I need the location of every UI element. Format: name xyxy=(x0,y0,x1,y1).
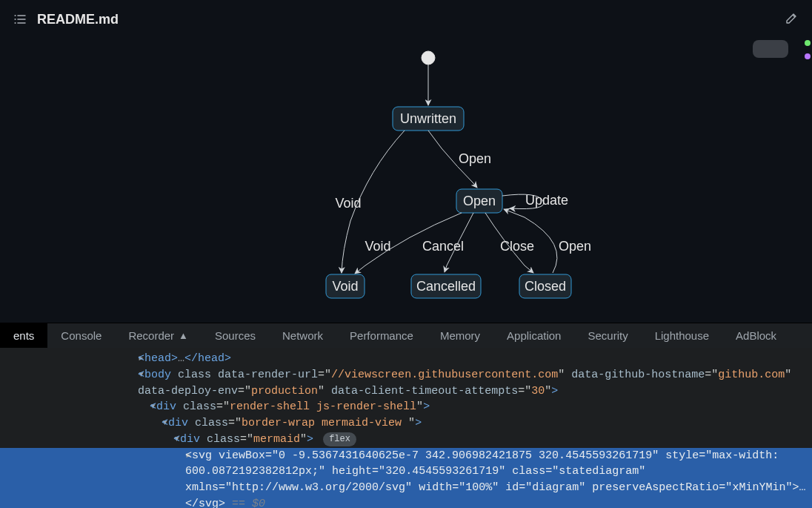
state-void-label: Void xyxy=(332,279,358,294)
state-unwritten-label: Unwritten xyxy=(400,111,456,126)
toc-icon[interactable] xyxy=(13,13,27,26)
tab-performance[interactable]: Performance xyxy=(336,323,427,348)
tab-application-label: Application xyxy=(507,329,561,342)
green-dot-icon xyxy=(805,40,811,46)
start-node-icon xyxy=(422,51,435,65)
tab-console[interactable]: Console xyxy=(47,323,115,348)
tab-network-label: Network xyxy=(282,329,323,342)
elements-dom-tree[interactable]: ▸ <head>…</head> ▾ <body class data-rend… xyxy=(0,348,812,508)
edge-open-cancel-label: Cancel xyxy=(422,239,464,254)
file-title: README.md xyxy=(37,12,119,27)
markdown-preview: Unwritten Open Void Open Update Void Can… xyxy=(0,39,812,323)
svg-point-4 xyxy=(15,19,16,20)
purple-dot-icon xyxy=(805,53,811,59)
tab-recorder[interactable]: Recorder▲ xyxy=(115,323,202,348)
tab-elements-label: ents xyxy=(13,329,34,342)
tab-application[interactable]: Application xyxy=(493,323,574,348)
svg-point-5 xyxy=(15,22,16,24)
svg-point-3 xyxy=(15,15,16,16)
tab-security[interactable]: Security xyxy=(574,323,641,348)
tab-performance-label: Performance xyxy=(350,329,413,342)
state-cancelled-label: Cancelled xyxy=(416,279,476,294)
dom-node-head[interactable]: ▸ <head>…</head> xyxy=(0,351,812,367)
state-open-label: Open xyxy=(463,194,496,208)
edge-open-update-label: Update xyxy=(525,193,568,208)
tab-network[interactable]: Network xyxy=(269,323,336,348)
dom-node-mermaid[interactable]: ▾ <div class="mermaid"> flex xyxy=(0,432,812,448)
pencil-icon[interactable] xyxy=(785,11,799,27)
dom-node-svg-selected[interactable]: ▸ <svg viewBox="0 -9.5367431640625e-7 34… xyxy=(0,448,812,509)
preview-toolbar-pill[interactable] xyxy=(753,40,788,58)
dom-node-border-wrap[interactable]: ▾ <div class="border-wrap mermaid-view "… xyxy=(0,415,812,432)
mermaid-state-diagram: Unwritten Open Void Open Update Void Can… xyxy=(184,43,628,310)
warning-icon: ▲ xyxy=(179,330,188,341)
tab-recorder-label: Recorder xyxy=(128,329,174,342)
tab-adblock[interactable]: AdBlock xyxy=(722,323,790,348)
flex-badge[interactable]: flex xyxy=(323,432,356,446)
file-header: README.md xyxy=(0,0,812,39)
edge-unwritten-void-label: Void xyxy=(335,196,361,211)
devtools-panel: ents Console Recorder▲ Sources Network P… xyxy=(0,323,812,508)
tab-sources[interactable]: Sources xyxy=(202,323,269,348)
edge-closed-reopen-label: Open xyxy=(559,239,591,254)
edge-unwritten-open-label: Open xyxy=(459,151,491,166)
dom-node-render-shell[interactable]: ▾ <div class="render-shell js-render-she… xyxy=(0,399,812,415)
tab-lighthouse-label: Lighthouse xyxy=(655,329,709,342)
window-controls-remnant xyxy=(805,40,811,59)
edge-open-close-label: Close xyxy=(500,239,534,254)
tab-memory-label: Memory xyxy=(440,329,480,342)
tab-lighthouse[interactable]: Lighthouse xyxy=(642,323,722,348)
tab-console-label: Console xyxy=(61,329,102,342)
tab-memory[interactable]: Memory xyxy=(427,323,493,348)
tab-sources-label: Sources xyxy=(215,329,256,342)
edge-open-void-label: Void xyxy=(365,239,390,254)
dom-node-body[interactable]: ▾ <body class data-render-url="//viewscr… xyxy=(0,367,812,400)
tab-elements[interactable]: ents xyxy=(0,323,47,348)
state-closed-label: Closed xyxy=(525,279,566,294)
tab-adblock-label: AdBlock xyxy=(736,329,776,342)
tab-security-label: Security xyxy=(588,329,628,342)
devtools-tabbar: ents Console Recorder▲ Sources Network P… xyxy=(0,323,812,348)
